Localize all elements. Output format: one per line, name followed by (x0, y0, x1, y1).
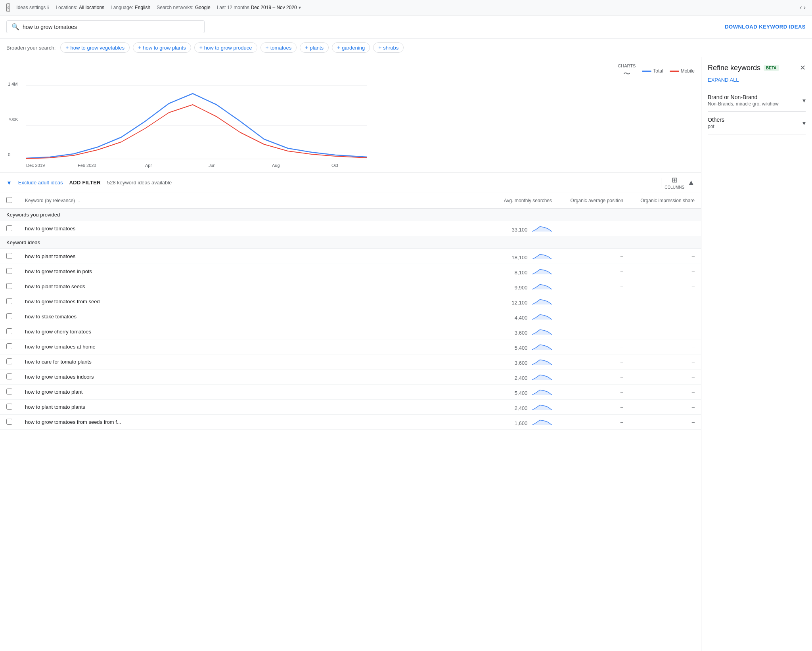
organic-imp-cell: – (630, 324, 701, 339)
mini-trend-chart (532, 403, 552, 410)
keyword-cell: how to plant tomato plants (19, 400, 487, 415)
broaden-chip-0[interactable]: + how to grow vegetables (60, 42, 130, 53)
chart-area: CHARTS 〜 Total Mobile 1.4M 700K 0 (0, 57, 701, 651)
search-input[interactable] (23, 24, 199, 30)
keyword-text: how to plant tomato plants (25, 404, 85, 410)
header-keyword[interactable]: Keyword (by relevance) ↓ (19, 193, 487, 209)
close-sidebar-button[interactable]: ✕ (800, 63, 806, 72)
organic-imp-cell: – (630, 309, 701, 324)
date-range-item[interactable]: Last 12 months Dec 2019 – Nov 2020 ▾ (217, 5, 301, 10)
others-chevron-icon: ▾ (802, 119, 806, 127)
exclude-adult-ideas-link[interactable]: Exclude adult ideas (18, 180, 63, 186)
row-checkbox-cell (0, 400, 19, 415)
keyword-cell: how to grow tomatoes from seed (19, 294, 487, 309)
download-keyword-ideas-button[interactable]: DOWNLOAD KEYWORD IDEAS (725, 24, 806, 30)
columns-icon: ⊞ (672, 176, 678, 184)
row-checkbox[interactable] (6, 419, 12, 425)
nav-prev-button[interactable]: ‹ (800, 4, 802, 11)
table-row: how to grow tomato plant 5,400 – – (0, 385, 701, 400)
row-checkbox[interactable] (6, 253, 12, 259)
row-checkbox[interactable] (6, 313, 12, 319)
broaden-chip-6[interactable]: + shrubs (373, 42, 404, 53)
columns-button[interactable]: ⊞ COLUMNS (665, 176, 684, 190)
row-checkbox-cell (0, 264, 19, 279)
header-avg-monthly[interactable]: Avg. monthly searches (487, 193, 558, 209)
language-value: English (135, 5, 150, 10)
row-checkbox[interactable] (6, 343, 12, 349)
svg-text:Dec 2019: Dec 2019 (26, 163, 45, 168)
legend-mobile: Mobile (670, 68, 695, 74)
chip-label-3: tomatoes (270, 45, 291, 51)
organic-imp-value: – (692, 268, 695, 274)
chip-label-6: shrubs (383, 45, 398, 51)
section-header-1: Keyword ideas (0, 236, 701, 249)
organic-pos-value: – (620, 344, 623, 350)
refine-section-others-header[interactable]: Others pot ▾ (708, 117, 806, 129)
organic-imp-value: – (692, 314, 695, 320)
organic-pos-cell: – (558, 264, 630, 279)
table-row: how to stake tomatoes 4,400 – – (0, 309, 701, 324)
organic-pos-cell: – (558, 339, 630, 354)
organic-pos-cell: – (558, 324, 630, 339)
row-checkbox[interactable] (6, 268, 12, 274)
section-header-0: Keywords you provided (0, 209, 701, 221)
expand-all-link[interactable]: EXPAND ALL (708, 77, 806, 83)
header-organic-imp-label: Organic impression share (640, 198, 695, 203)
header-organic-imp[interactable]: Organic impression share (630, 193, 701, 209)
broaden-chip-4[interactable]: + plants (300, 42, 329, 53)
header-organic-pos[interactable]: Organic average position (558, 193, 630, 209)
chip-label-0: how to grow vegetables (70, 45, 124, 51)
chart-container: CHARTS 〜 Total Mobile 1.4M 700K 0 (0, 57, 701, 172)
row-checkbox[interactable] (6, 404, 12, 410)
keyword-text: how to grow tomatoes at home (25, 344, 96, 350)
search-icon: 🔍 (11, 23, 19, 31)
avg-monthly-value: 2,400 (515, 375, 528, 381)
table-body: Keywords you provided how to grow tomato… (0, 209, 701, 430)
plus-icon-2: + (199, 44, 203, 51)
select-all-checkbox[interactable] (6, 197, 12, 203)
organic-pos-value: – (620, 268, 623, 274)
avg-monthly-value: 33,100 (512, 227, 528, 233)
broaden-chip-1[interactable]: + how to grow plants (133, 42, 191, 53)
keyword-cell: how to plant tomatoes (19, 249, 487, 264)
organic-pos-cell: – (558, 309, 630, 324)
keyword-text: how to grow tomatoes from seeds from f..… (25, 419, 121, 425)
header-select-all[interactable] (0, 193, 19, 209)
organic-imp-value: – (692, 226, 695, 232)
keyword-count: 528 keyword ideas available (107, 180, 172, 186)
collapse-button[interactable]: ▲ (688, 178, 695, 187)
organic-pos-value: – (620, 404, 623, 410)
sort-arrow-icon: ↓ (78, 198, 80, 203)
organic-pos-value: – (620, 253, 623, 259)
broaden-chip-3[interactable]: + tomatoes (260, 42, 297, 53)
avg-monthly-cell: 18,100 (487, 249, 558, 264)
back-button[interactable]: ‹ (6, 3, 10, 12)
organic-imp-value: – (692, 389, 695, 395)
row-checkbox[interactable] (6, 373, 12, 379)
mini-trend-chart (532, 418, 552, 425)
refine-section-brand-header[interactable]: Brand or Non-Brand Non-Brands, miracle g… (708, 94, 806, 107)
organic-pos-value: – (620, 283, 623, 289)
keyword-text: how to grow cherry tomatoes (25, 329, 91, 335)
mini-trend-chart (532, 267, 552, 274)
ideas-settings[interactable]: Ideas settings ℹ (16, 5, 49, 10)
mini-trend-chart (532, 343, 552, 350)
row-checkbox[interactable] (6, 358, 12, 364)
row-checkbox[interactable] (6, 328, 12, 334)
search-bar-row: 🔍 DOWNLOAD KEYWORD IDEAS (0, 15, 812, 38)
row-checkbox[interactable] (6, 389, 12, 394)
broaden-chip-5[interactable]: + gardening (332, 42, 370, 53)
organic-pos-value: – (620, 314, 623, 320)
row-checkbox[interactable] (6, 283, 12, 289)
keyword-text: how to grow tomatoes from seed (25, 299, 100, 304)
row-checkbox[interactable] (6, 298, 12, 304)
add-filter-button[interactable]: ADD FILTER (69, 180, 101, 186)
organic-pos-value: – (620, 226, 623, 232)
keyword-text: how to grow tomatoes indoors (25, 374, 94, 380)
keyword-cell: how to grow tomatoes indoors (19, 370, 487, 385)
broaden-chip-2[interactable]: + how to grow produce (194, 42, 257, 53)
row-checkbox[interactable] (6, 225, 12, 231)
organic-imp-value: – (692, 374, 695, 380)
nav-next-button[interactable]: › (804, 4, 806, 11)
row-checkbox-cell (0, 249, 19, 264)
